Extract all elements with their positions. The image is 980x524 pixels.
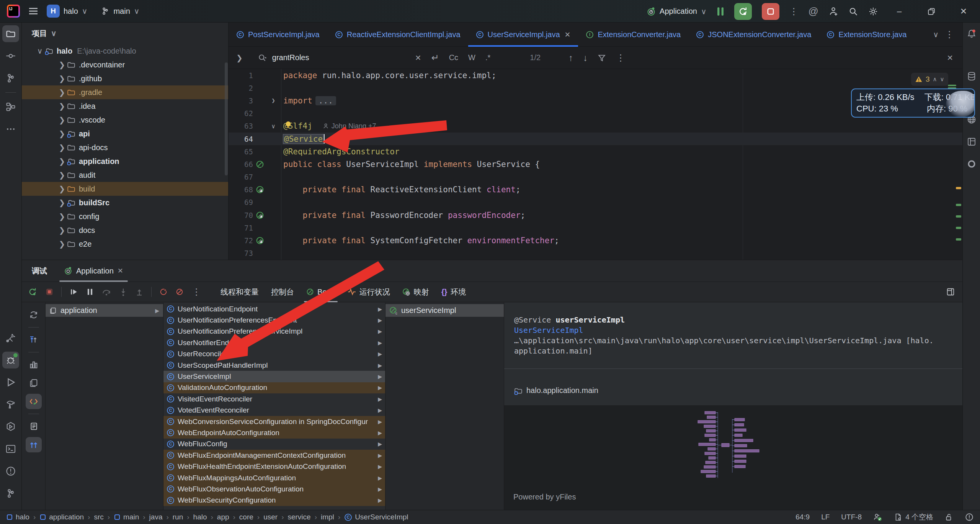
bean-row-VisitedEventReconciler[interactable]: CVisitedEventReconciler▶ xyxy=(163,393,385,404)
selected-bean-item[interactable]: c userServiceImpl xyxy=(385,304,504,317)
code-line-72[interactable]: 72 private final SystemConfigFetcher env… xyxy=(229,234,962,247)
project-tool-button-icon[interactable] xyxy=(2,25,19,42)
author-inlay-hint[interactable]: John Niang +7 xyxy=(322,122,376,130)
expand-all-icon[interactable] xyxy=(26,437,42,452)
show-hidden-tabs-icon[interactable]: ∨ xyxy=(933,30,939,39)
autowired-gutter-icon[interactable] xyxy=(253,211,267,219)
mute-breakpoints-button[interactable] xyxy=(176,288,183,296)
breadcrumb-item-app[interactable]: app xyxy=(217,513,229,521)
debug-tab-Bean[interactable]: Bean xyxy=(300,282,341,302)
debug-tab-映射[interactable]: 映射 xyxy=(396,282,435,302)
tree-row-docs[interactable]: ❯docs xyxy=(22,223,228,237)
tree-row-config[interactable]: ❯config xyxy=(22,210,228,223)
graph-mode-icon[interactable] xyxy=(26,357,42,372)
fold-toggle-icon[interactable]: ∨ xyxy=(267,123,280,130)
bean-dependency-graph[interactable]: Powered by yFiles xyxy=(504,405,962,510)
close-search-icon[interactable]: ✕ xyxy=(947,53,953,62)
step-out-button[interactable] xyxy=(136,288,143,296)
tree-row-.devcontainer[interactable]: ❯.devcontainer xyxy=(22,58,228,72)
search-input[interactable]: grantRoles xyxy=(272,53,410,62)
bean-row-UserServiceImpl[interactable]: CUserServiceImpl▶ xyxy=(163,371,385,382)
filter-icon[interactable] xyxy=(598,54,606,62)
bean-row-WebFluxConfig[interactable]: CWebFluxConfig▶ xyxy=(163,439,385,450)
bean-module-row[interactable]: halo.application.main xyxy=(514,386,598,395)
stop-debug-button[interactable] xyxy=(46,288,53,296)
refresh-beans-icon[interactable] xyxy=(26,307,42,323)
details-view-icon[interactable] xyxy=(26,419,42,434)
search-more-icon[interactable]: ⋮ xyxy=(616,52,625,63)
bean-row-WebFluxMappingsAutoConfiguration[interactable]: CWebFluxMappingsAutoConfiguration▶ xyxy=(163,472,385,483)
tree-row-api-docs[interactable]: ❯api-docs xyxy=(22,141,228,154)
expand-arrow-icon[interactable]: ▶ xyxy=(378,351,382,357)
pause-button[interactable] xyxy=(717,7,724,16)
debug-session-tab[interactable]: Application ✕ xyxy=(57,260,130,282)
resume-button[interactable] xyxy=(70,288,78,296)
bean-row-VotedEventReconciler[interactable]: CVotedEventReconciler▶ xyxy=(163,405,385,416)
expand-arrow-icon[interactable]: ▶ xyxy=(378,317,382,323)
step-over-button[interactable] xyxy=(102,288,111,296)
breadcrumb-item-core[interactable]: core xyxy=(239,513,253,521)
bean-row-WebFluxHealthEndpointExtensionAutoConfiguration[interactable]: CWebFluxHealthEndpointExtensionAutoConfi… xyxy=(163,461,385,472)
caret-position[interactable]: 64:9 xyxy=(795,513,810,521)
step-into-button[interactable] xyxy=(119,288,127,296)
editor-tab-ReactiveExtensionClientImpljava[interactable]: CReactiveExtensionClientImpl.java xyxy=(327,23,468,47)
tree-row-.idea[interactable]: ❯.idea xyxy=(22,99,228,113)
bean-class-link[interactable]: UserServiceImpl xyxy=(514,325,962,336)
structure-tool-button-icon[interactable] xyxy=(2,98,19,115)
commit-tool-button-icon[interactable] xyxy=(2,47,19,64)
expand-arrow-icon[interactable]: ▶ xyxy=(378,407,382,413)
ai-assistant-at-icon[interactable]: @ xyxy=(808,5,818,17)
expand-arrow-icon[interactable]: ▶ xyxy=(378,486,382,492)
view-breakpoints-button[interactable] xyxy=(160,288,167,296)
fold-toggle-icon[interactable]: ❯ xyxy=(267,97,280,104)
bean-row-WebConversionServiceConfigurationinSpringDocConfigur[interactable]: CWebConversionServiceConfiguration in Sp… xyxy=(163,416,385,427)
terminal-tool-button-icon[interactable] xyxy=(2,440,19,457)
notifications-bell-icon[interactable] xyxy=(963,25,980,42)
debug-tab-控制台[interactable]: 控制台 xyxy=(265,282,300,302)
coverage-donut-icon[interactable] xyxy=(963,156,980,172)
next-problem-chevron-icon[interactable]: ∨ xyxy=(940,76,944,83)
bean-row-WebEndpointAutoConfiguration[interactable]: CWebEndpointAutoConfiguration▶ xyxy=(163,427,385,438)
expand-arrow-icon[interactable]: ▶ xyxy=(378,419,382,425)
documents-icon[interactable] xyxy=(26,375,42,391)
debug-tab-运行状况[interactable]: 运行状况 xyxy=(341,282,396,302)
editor-tab-UserServiceImpljava[interactable]: CUserServiceImpl.java✕ xyxy=(468,23,578,47)
breadcrumb-item-application[interactable]: application xyxy=(39,513,84,521)
close-tab-icon[interactable]: ✕ xyxy=(565,30,571,39)
match-case-toggle[interactable]: Cc xyxy=(449,53,458,62)
expand-arrow-icon[interactable]: ▶ xyxy=(378,396,382,402)
close-session-icon[interactable]: ✕ xyxy=(118,267,123,275)
editor-tab-PostServiceImpljava[interactable]: CPostServiceImpl.java xyxy=(229,23,327,47)
expand-arrow-icon[interactable]: ▶ xyxy=(378,452,382,458)
editor-tab-ExtensionConverterjava[interactable]: IExtensionConverter.java xyxy=(578,23,688,47)
breadcrumb-item-java[interactable]: java xyxy=(149,513,163,521)
file-encoding[interactable]: UTF-8 xyxy=(841,513,862,521)
more-actions-icon[interactable]: ⋮ xyxy=(789,6,799,17)
breadcrumb-item-service[interactable]: service xyxy=(287,513,310,521)
bean-row-UserReconciler[interactable]: CUserReconciler▶ xyxy=(163,349,385,360)
autowired-gutter-icon[interactable] xyxy=(253,185,267,194)
search-icon[interactable] xyxy=(848,7,858,16)
breadcrumb-item-halo[interactable]: halo xyxy=(193,513,207,521)
run-tool-button-icon[interactable] xyxy=(2,374,19,391)
code-line-70[interactable]: 70 private final PasswordEncoder passwor… xyxy=(229,209,962,221)
tree-row-audit[interactable]: ❯audit xyxy=(22,168,228,182)
inspections-widget[interactable]: 3 ∧ ∨ xyxy=(911,73,948,86)
code-line-71[interactable]: 71 xyxy=(229,221,962,234)
expand-arrow-icon[interactable]: ▶ xyxy=(378,463,382,470)
users-check-icon[interactable] xyxy=(873,513,882,522)
add-user-icon[interactable] xyxy=(828,7,838,16)
bean-row-UserNotificationPreferenceServiceImpl[interactable]: CUserNotificationPreferenceServiceImpl▶ xyxy=(163,326,385,337)
bean-row-WebFluxSecurityConfiguration[interactable]: CWebFluxSecurityConfiguration▶ xyxy=(163,495,385,506)
bean-gutter-icon[interactable] xyxy=(253,160,267,169)
expand-arrow-icon[interactable]: ▶ xyxy=(378,497,382,503)
expand-arrow-icon[interactable]: ▶ xyxy=(378,373,382,380)
project-scrollbar[interactable] xyxy=(225,62,228,175)
settings-gear-icon[interactable] xyxy=(868,7,878,16)
code-line-66[interactable]: 66public class UserServiceImpl implement… xyxy=(229,158,962,170)
project-widget[interactable]: H halo ∨ xyxy=(47,5,87,18)
run-config-widget[interactable]: Application ∨ xyxy=(647,7,706,16)
autowired-gutter-icon[interactable] xyxy=(253,236,267,245)
tree-row-buildSrc[interactable]: ❯buildSrc xyxy=(22,196,228,210)
build-tool-button-icon[interactable] xyxy=(2,329,19,346)
